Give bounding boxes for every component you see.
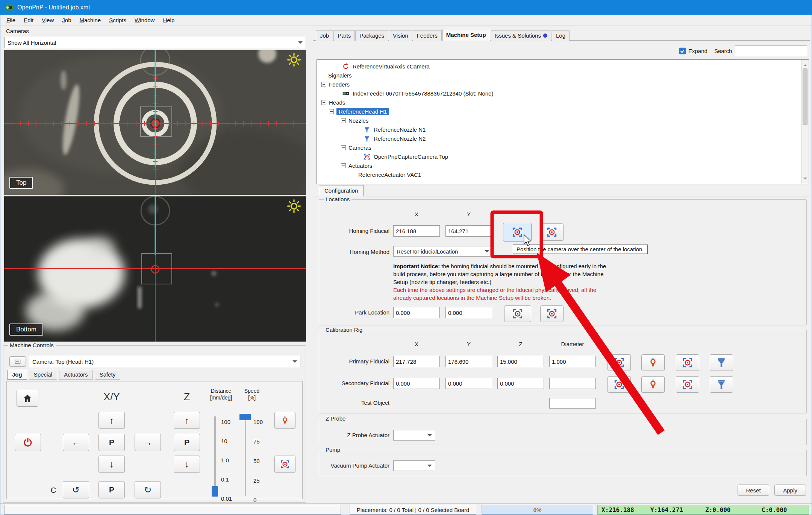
tab-machine-setup[interactable]: Machine Setup [442, 29, 490, 41]
scroll-up-icon[interactable] [803, 62, 807, 66]
tab-issues-solutions[interactable]: Issues & Solutions [491, 30, 551, 41]
menu-machine[interactable]: Machine [75, 15, 105, 26]
park-position-camera-button[interactable] [504, 305, 531, 322]
tree-item[interactable]: ReferenceActuator VAC1 [318, 170, 801, 179]
secondary-position-camera-button[interactable] [607, 376, 631, 393]
tree-item[interactable]: ReferenceVirtualAxis cCamera [318, 62, 801, 71]
expand-checkbox[interactable] [679, 47, 686, 55]
jog-z-minus-button[interactable]: ↓ [174, 456, 200, 473]
tab-safety[interactable]: Safety [95, 370, 121, 380]
collapse-node-icon[interactable] [321, 100, 326, 105]
homing-method-select[interactable]: ResetToFiducialLocation [393, 246, 492, 257]
secondary-z-field[interactable] [497, 378, 544, 389]
bottom-camera-view[interactable]: Bottom [4, 196, 306, 342]
primary-y-field[interactable] [445, 356, 492, 367]
tree-item[interactable]: Heads [318, 98, 801, 107]
scroll-down-icon[interactable] [803, 178, 807, 181]
apply-button[interactable]: Apply [774, 485, 806, 496]
menu-window[interactable]: Window [130, 15, 159, 26]
brightness-sun-icon[interactable] [287, 199, 301, 213]
primary-position-camera-button[interactable] [607, 354, 631, 371]
secondary-diameter-field[interactable] [549, 378, 596, 389]
speed-slider-handle[interactable] [239, 414, 251, 420]
z-probe-actuator-select[interactable] [393, 430, 435, 441]
vacuum-pump-actuator-select[interactable] [393, 460, 435, 471]
jog-z-plus-button[interactable]: ↑ [174, 412, 200, 429]
search-input[interactable] [735, 46, 807, 56]
tree-item[interactable]: Nozzles [318, 116, 801, 125]
secondary-capture-nozzle-button[interactable] [710, 376, 733, 393]
distance-slider-track[interactable] [214, 416, 216, 497]
primary-diameter-field[interactable] [549, 356, 596, 367]
tab-feeders[interactable]: Feeders [413, 30, 442, 41]
tab-parts[interactable]: Parts [333, 30, 355, 41]
tree-item[interactable]: Signalers [318, 71, 801, 80]
top-camera-view[interactable]: Top [4, 50, 306, 195]
tab-configuration[interactable]: Configuration [319, 185, 364, 196]
tree-item[interactable]: OpenPnpCaptureCamera Top [318, 152, 801, 161]
tree-item[interactable]: ReferenceNozzle N2 [318, 134, 801, 143]
tab-vision[interactable]: Vision [389, 30, 412, 41]
position-camera-c-button[interactable]: P [98, 481, 125, 498]
move-to-tool-location-button[interactable] [274, 412, 295, 429]
collapse-node-icon[interactable] [321, 82, 326, 87]
primary-position-tool-button[interactable] [641, 354, 665, 371]
secondary-y-field[interactable] [445, 378, 492, 389]
collapse-node-icon[interactable] [341, 145, 346, 150]
scrollbar-thumb[interactable] [803, 68, 807, 125]
collapse-node-icon[interactable] [329, 109, 334, 114]
brightness-sun-icon[interactable] [287, 53, 301, 67]
homing-position-camera-button[interactable] [503, 223, 532, 242]
rotate-cw-button[interactable]: ↻ [135, 481, 161, 498]
secondary-position-tool-button[interactable] [641, 376, 665, 393]
test-object-diameter-field[interactable] [549, 398, 596, 409]
menu-edit[interactable]: Edit [20, 15, 38, 26]
primary-x-field[interactable] [393, 356, 440, 367]
tree-item[interactable]: Actuators [318, 161, 801, 170]
secondary-x-field[interactable] [393, 378, 440, 389]
jog-y-plus-button[interactable]: ↑ [98, 412, 125, 429]
primary-capture-camera-button[interactable] [676, 354, 699, 371]
homing-fiducial-y-field[interactable] [445, 225, 492, 237]
tab-log[interactable]: Log [552, 30, 570, 41]
camera-view-select[interactable]: Show All Horizontal [4, 37, 306, 48]
park-capture-camera-button[interactable] [540, 305, 564, 322]
menu-job[interactable]: Job [58, 15, 75, 26]
tree-item[interactable]: ReferenceNozzle N1 [318, 125, 801, 134]
tree-item[interactable]: Cameras [318, 143, 801, 152]
collapse-node-icon[interactable] [341, 118, 346, 123]
tab-job[interactable]: Job [316, 30, 333, 41]
menu-file[interactable]: File [2, 15, 20, 26]
tab-jog[interactable]: Jog [7, 370, 27, 380]
tree-item[interactable]: IndexFeeder 0670FF565457888367212340 (Sl… [318, 89, 801, 98]
primary-capture-nozzle-button[interactable] [710, 354, 733, 371]
jog-y-minus-button[interactable]: ↓ [98, 456, 125, 473]
jog-camera-select[interactable]: Camera: Top (Head: H1) [29, 356, 300, 367]
tree-item-selected[interactable]: ReferenceHead H1 [318, 107, 801, 116]
park-y-field[interactable] [445, 307, 492, 318]
tab-special[interactable]: Special [29, 370, 57, 380]
collapse-node-icon[interactable] [341, 163, 346, 168]
reset-button[interactable]: Reset [738, 485, 769, 496]
distance-slider-handle[interactable] [212, 486, 218, 497]
tab-actuators[interactable]: Actuators [59, 370, 92, 380]
menu-help[interactable]: Help [159, 15, 179, 26]
primary-z-field[interactable] [497, 356, 544, 367]
menu-scripts[interactable]: Scripts [105, 15, 130, 26]
speed-slider-track[interactable] [245, 416, 246, 496]
homing-capture-camera-button[interactable] [540, 223, 564, 241]
tree-item[interactable]: Feeders [318, 80, 801, 89]
move-to-camera-location-button[interactable] [274, 456, 295, 473]
jog-x-plus-button[interactable]: → [135, 434, 161, 451]
menu-view[interactable]: View [38, 15, 58, 26]
tree-scrollbar[interactable] [801, 60, 808, 184]
home-button[interactable] [17, 390, 38, 407]
position-camera-xy-button[interactable]: P [98, 434, 125, 451]
park-x-field[interactable] [393, 307, 440, 318]
power-button[interactable] [15, 434, 41, 451]
homing-fiducial-x-field[interactable] [393, 225, 440, 237]
position-camera-z-button[interactable]: P [174, 434, 200, 451]
secondary-capture-camera-button[interactable] [676, 376, 699, 393]
jog-x-minus-button[interactable]: ← [63, 434, 89, 451]
tab-packages[interactable]: Packages [355, 30, 388, 41]
